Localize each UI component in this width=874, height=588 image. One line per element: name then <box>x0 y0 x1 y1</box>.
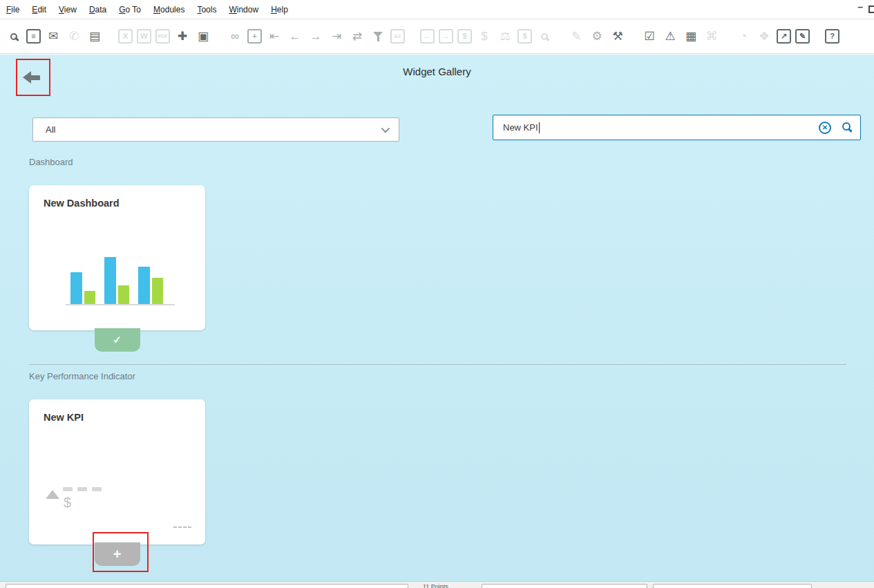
text-cursor <box>539 122 540 133</box>
edit-icon: ✎ <box>568 28 585 45</box>
base-currency-icon: $ <box>476 28 493 45</box>
chart-bar <box>118 285 130 304</box>
widget-gallery-page: Widget Gallery All New KPI ✕ Dashboard N… <box>0 55 874 581</box>
gross-profit-icon: $ <box>457 29 472 44</box>
alerts-icon[interactable]: ⚠ <box>662 28 678 45</box>
lock-screen-icon[interactable]: ▣ <box>195 28 211 45</box>
bar-chart-thumbnail <box>66 250 175 305</box>
payment-means-icon: $ <box>517 29 532 44</box>
search-value: New KPI <box>503 122 538 133</box>
toolbar: ≡✉✆▤XWPDF✚▣∞+⇤←→⇥⇄AZ←→$$⚖$✎⚙⚒☑⚠▦⌘◔❖↗✎? <box>0 19 874 54</box>
menu-item-go-to[interactable]: Go To <box>113 5 147 15</box>
customize-form-icon[interactable]: ⚒ <box>609 28 626 45</box>
calendar-icon[interactable]: ▦ <box>683 28 699 45</box>
kpi-placeholder-dashes <box>63 487 102 491</box>
find-icon[interactable]: ∞ <box>227 28 243 45</box>
chevron-down-icon <box>381 124 390 133</box>
next-record-icon[interactable]: → <box>307 28 324 45</box>
search-input[interactable]: New KPI ✕ <box>493 115 861 140</box>
menu-item-modules[interactable]: Modules <box>147 5 191 15</box>
dropdown-value: All <box>46 124 55 135</box>
menu-item-window[interactable]: Window <box>222 5 265 15</box>
previous-record-icon[interactable]: ← <box>287 28 303 45</box>
search-icon[interactable] <box>842 122 851 133</box>
selected-check-badge[interactable]: ✓ <box>95 328 140 352</box>
menu-item-tools[interactable]: Tools <box>191 5 222 15</box>
org-chart-icon: ⌘ <box>703 28 720 45</box>
chart-bar <box>152 278 164 304</box>
export-pdf-icon: PDF <box>155 29 170 44</box>
status-center-text: 11 Points <box>423 583 448 588</box>
plus-icon: + <box>113 547 122 562</box>
form-settings-icon[interactable]: ⚙ <box>589 28 605 45</box>
widget-type-dropdown[interactable]: All <box>32 117 399 142</box>
chart-bar <box>138 267 150 304</box>
kpi-trend-arrow-icon <box>46 490 59 499</box>
back-button-annotation <box>16 59 50 96</box>
help-icon[interactable]: ? <box>825 29 839 44</box>
last-record-icon[interactable]: ⇥ <box>328 28 345 45</box>
section-label-kpi: Key Performance Indicator <box>29 371 135 381</box>
pick-pack-icon: ❖ <box>756 28 772 45</box>
check-icon: ✓ <box>113 334 122 346</box>
status-bar: 11 Points <box>0 581 874 588</box>
menu-item-file[interactable]: File <box>0 5 26 15</box>
print-preview-icon[interactable] <box>6 28 22 45</box>
card-new-dashboard[interactable]: New Dashboard ✓ <box>29 185 205 330</box>
first-record-icon[interactable]: ⇤ <box>266 28 283 45</box>
card-new-kpi[interactable]: New KPI $ + <box>29 399 205 544</box>
section-divider <box>29 364 846 365</box>
status-message-field <box>6 584 408 588</box>
price-lookup-icon <box>536 28 553 45</box>
status-field-2 <box>482 584 647 588</box>
menu-item-help[interactable]: Help <box>265 5 294 15</box>
chart-bar <box>70 272 82 304</box>
chart-bar <box>104 257 116 304</box>
minimize-button[interactable]: – <box>857 1 863 12</box>
kpi-dollar-icon: $ <box>64 495 71 511</box>
refresh-record-icon[interactable]: ⇄ <box>349 28 365 45</box>
maximize-button[interactable] <box>868 6 874 13</box>
send-sms-icon: ✆ <box>66 28 82 45</box>
print-layout-icon[interactable]: ▤ <box>86 28 103 45</box>
chart-bar <box>84 291 96 304</box>
sort-icon: AZ <box>390 29 405 44</box>
filter-icon[interactable] <box>370 28 386 45</box>
section-label-dashboard: Dashboard <box>29 157 73 167</box>
volume-weight-icon: ⚖ <box>497 28 513 45</box>
page-title: Widget Gallery <box>0 66 874 77</box>
kpi-placeholder-mini-dashes <box>173 527 191 528</box>
excel-report-icon[interactable]: ✎ <box>795 29 810 44</box>
export-word-icon: W <box>137 29 151 44</box>
card-title: New KPI <box>44 412 84 423</box>
menu-item-data[interactable]: Data <box>83 5 113 15</box>
print-icon[interactable]: ≡ <box>26 29 41 44</box>
dashboard-gauge-icon: ◔ <box>735 28 752 45</box>
send-email-icon[interactable]: ✉ <box>45 28 61 45</box>
status-field-3 <box>653 584 812 588</box>
export-excel-icon: X <box>118 29 133 44</box>
share-screen-icon[interactable]: ↗ <box>777 29 791 44</box>
add-widget-button[interactable]: + <box>95 542 140 566</box>
card-title: New Dashboard <box>44 198 120 209</box>
add-record-icon[interactable]: + <box>247 29 262 44</box>
approval-status-icon[interactable]: ☑ <box>641 28 658 45</box>
move-icon[interactable]: ✚ <box>174 28 191 45</box>
payment-incoming-icon: ← <box>420 29 435 44</box>
menu-item-view[interactable]: View <box>53 5 83 15</box>
menu-item-edit[interactable]: Edit <box>26 5 53 15</box>
payment-outgoing-icon: → <box>439 29 453 44</box>
menu-bar: FileEditViewDataGo ToModulesToolsWindowH… <box>0 0 874 19</box>
clear-search-icon[interactable]: ✕ <box>819 122 831 134</box>
